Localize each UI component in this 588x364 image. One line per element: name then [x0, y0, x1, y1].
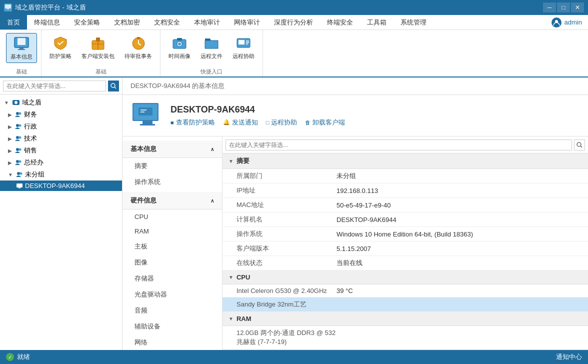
expand-icon-executive: ▶	[8, 160, 12, 166]
svg-point-38	[17, 172, 20, 175]
sidebar-search-input[interactable]	[3, 80, 106, 92]
ribbon-btn-remote-files[interactable]: 远程文件	[196, 33, 226, 62]
package-icon	[90, 35, 106, 51]
menu-item-doc-security[interactable]: 文档安全	[147, 15, 187, 30]
tree-item-admin[interactable]: ▶ 行政	[0, 120, 122, 132]
ribbon-btn-remote-assist[interactable]: 远程协助	[228, 33, 258, 62]
action-remote-assist[interactable]: □ 远程协助	[266, 118, 298, 127]
action-uninstall[interactable]: 🗑 卸载客户端	[305, 118, 345, 127]
action-label-remote: 远程协助	[271, 118, 297, 127]
ribbon-btn-install-pkg[interactable]: 客户端安装包	[78, 33, 118, 62]
detail-search-input[interactable]	[226, 140, 572, 150]
ribbon-btn-pending[interactable]: 待审批事务	[120, 33, 156, 62]
content-area: DESKTOP-9AK6944 的基本信息 DESKTOP-9AK6944	[122, 78, 588, 350]
status-text: 就绪	[17, 352, 30, 362]
detail-section-header-summary[interactable]: ▼ 摘要	[222, 154, 588, 169]
detail-key-client: 客户端版本	[236, 244, 336, 253]
nav-item-motherboard[interactable]: 主板	[122, 238, 222, 254]
tree-item-tech[interactable]: ▶ 技术	[0, 132, 122, 144]
sidebar-search-button[interactable]	[108, 80, 119, 92]
tree-item-root[interactable]: ▼ 域之盾	[0, 96, 122, 108]
nav-item-ram[interactable]: RAM	[122, 224, 222, 238]
ribbon-btn-protection[interactable]: 防护策略	[46, 33, 76, 62]
menu-item-tools[interactable]: 工具箱	[360, 15, 394, 30]
tree-item-ungroup[interactable]: ▼ 未分组	[0, 168, 122, 180]
nav-item-os[interactable]: 操作系统	[122, 174, 222, 190]
ribbon-btn-basic-info[interactable]: 基本信息	[6, 33, 37, 63]
menu-item-doc-encrypt[interactable]: 文档加密	[107, 15, 147, 30]
chevron-up-basic: ∧	[210, 146, 214, 152]
close-button[interactable]: ✕	[571, 2, 584, 12]
nav-item-audio[interactable]: 音频	[122, 302, 222, 318]
menu-item-home[interactable]: 首页	[0, 15, 27, 30]
section-expand-cpu: ▼	[228, 274, 234, 280]
nav-section-header-basic[interactable]: 基本信息 ∧	[122, 140, 222, 158]
detail-section-header-ram[interactable]: ▼ RAM	[222, 312, 588, 326]
tree-label-ungroup: 未分组	[25, 170, 44, 179]
detail-key-cpu-arch: Sandy Bridge 32nm工艺	[236, 300, 336, 309]
admin-menu[interactable]: admin	[546, 15, 588, 30]
ribbon-group-label-1: 基础	[16, 66, 27, 76]
action-label-policy: 查看防护策略	[176, 118, 215, 127]
tree-item-desktop[interactable]: DESKTOP-9AK6944	[0, 180, 122, 191]
maximize-button[interactable]: □	[557, 2, 570, 12]
nav-item-summary[interactable]: 摘要	[122, 158, 222, 174]
domain-icon	[12, 98, 20, 106]
detail-value-ip: 192.168.0.113	[336, 187, 582, 194]
titlebar-title: 域之盾管控平台 - 域之盾	[15, 3, 86, 12]
tree-item-sales[interactable]: ▶ 销售	[0, 144, 122, 156]
group-icon-finance	[15, 111, 22, 118]
ribbon-label-protection: 防护策略	[50, 52, 72, 60]
minimize-button[interactable]: ─	[543, 2, 556, 12]
nav-item-network[interactable]: 网络	[122, 334, 222, 350]
clock-icon	[130, 35, 146, 51]
nav-item-graphics[interactable]: 图像	[122, 254, 222, 270]
nav-section-hardware: 硬件信息 ∧ CPU RAM 主板 图像 存储器 光盘驱动器 音频 辅助设备 网…	[122, 192, 222, 350]
split-panel: 基本信息 ∧ 摘要 操作系统 硬件信息 ∧ CPU	[122, 136, 588, 350]
tree-item-finance[interactable]: ▶ 财务	[0, 108, 122, 120]
tree-label-root: 域之盾	[22, 98, 42, 107]
detail-key-hostname: 计算机名	[236, 215, 336, 224]
ribbon-btn-timeline[interactable]: 时间画像	[164, 33, 194, 62]
nav-item-input[interactable]: 辅助设备	[122, 318, 222, 334]
ribbon-label-remote-files: 远程文件	[200, 52, 222, 60]
menu-item-behavior-analysis[interactable]: 深度行为分析	[267, 15, 320, 30]
nav-item-cpu[interactable]: CPU	[122, 210, 222, 224]
notification-center[interactable]: 通知中心	[556, 352, 582, 362]
tree-label-tech: 技术	[24, 134, 37, 143]
menu-item-system[interactable]: 系统管理	[394, 15, 434, 30]
detail-row-hostname: 计算机名 DESKTOP-9AK6944	[222, 212, 588, 227]
status-left: ✓ 就绪	[6, 352, 30, 362]
svg-point-37	[19, 160, 22, 163]
expand-icon-tech: ▶	[8, 136, 12, 142]
remote-icon	[236, 35, 252, 51]
detail-value-online: 当前在线	[336, 258, 582, 268]
svg-point-46	[577, 142, 581, 146]
group-icon-executive	[15, 159, 22, 166]
menu-item-network-audit[interactable]: 网络审计	[227, 15, 267, 30]
menu-item-security-policy[interactable]: 安全策略	[67, 15, 107, 30]
nav-item-optical[interactable]: 光盘驱动器	[122, 286, 222, 302]
device-monitor	[132, 103, 162, 128]
menu-item-endpoint-security[interactable]: 终端安全	[320, 15, 360, 30]
computer-icon-desktop	[16, 182, 23, 190]
group-icon-ungroup	[16, 171, 23, 178]
chevron-up-hardware: ∧	[210, 198, 214, 204]
tree-item-executive[interactable]: ▶ 总经办	[0, 156, 122, 168]
shield-icon	[52, 35, 68, 51]
section-label-cpu: CPU	[236, 274, 250, 281]
expand-icon-sales: ▶	[8, 148, 12, 154]
nav-item-storage[interactable]: 存储器	[122, 270, 222, 286]
menu-item-local-audit[interactable]: 本地审计	[187, 15, 227, 30]
svg-rect-43	[138, 108, 152, 116]
svg-point-30	[16, 124, 19, 127]
nav-section-label-basic: 基本信息	[130, 144, 156, 154]
detail-section-header-cpu[interactable]: ▼ CPU	[222, 270, 588, 284]
action-view-policy[interactable]: ■ 查看防护策略	[170, 118, 215, 127]
action-send-notification[interactable]: 🔔 发送通知	[223, 118, 258, 127]
detail-row-cpu-arch: Sandy Bridge 32nm工艺	[222, 298, 588, 312]
svg-line-25	[114, 87, 116, 88]
menu-item-endpoint[interactable]: 终端信息	[27, 15, 67, 30]
detail-search-button[interactable]	[574, 140, 585, 150]
nav-section-header-hardware[interactable]: 硬件信息 ∧	[122, 192, 222, 210]
